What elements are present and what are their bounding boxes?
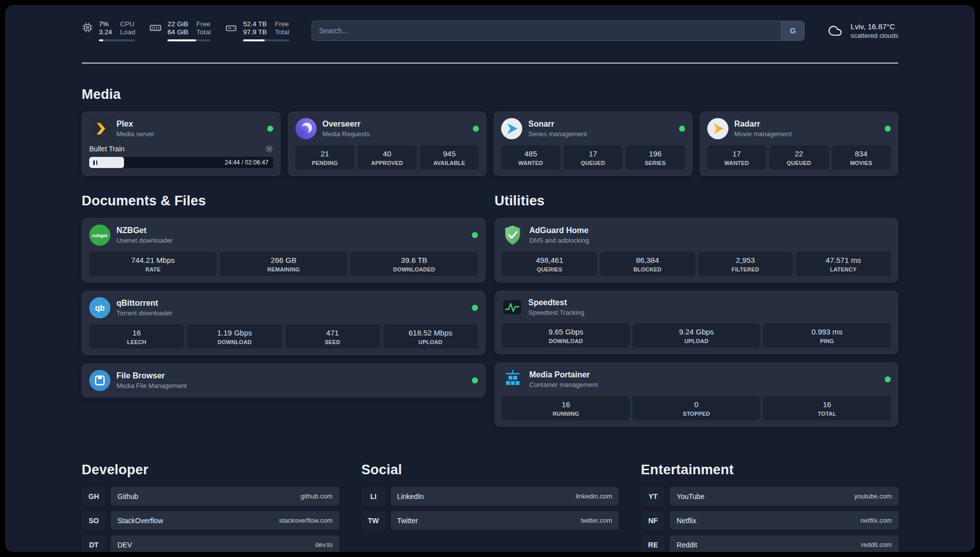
status-dot — [472, 377, 478, 383]
app-subtitle: Speedtest Tracking — [528, 309, 584, 316]
memory-free-value: 22 GiB — [167, 20, 188, 28]
app-name: File Browser — [116, 371, 187, 380]
bookmark-youtube[interactable]: YT YouTube youtube.com — [641, 487, 898, 506]
search-bar: G — [312, 21, 805, 41]
app-card-filebrowser[interactable]: File Browser Media File Management — [82, 363, 485, 398]
stat-stopped: 0STOPPED — [633, 396, 760, 420]
app-card-nzbget[interactable]: nzbget NZBGet Usenet downloader 744.21 M… — [82, 218, 485, 283]
bookmark-name: Netflix — [677, 517, 696, 525]
stat-total: 16TOTAL — [763, 396, 891, 420]
disk-monitor: 52.4 TB Free 97.9 TB Total — [225, 20, 289, 41]
stat-blocked: 86,384BLOCKED — [600, 252, 695, 276]
bookmark-url: netflix.com — [861, 517, 892, 524]
bookmark-name: DEV — [117, 541, 132, 549]
cpu-load-label: Load — [120, 28, 135, 36]
memory-free-label: Free — [197, 20, 211, 28]
stat-wanted: 485WANTED — [501, 145, 561, 170]
stat-wanted: 17WANTED — [707, 145, 767, 170]
status-dot — [472, 232, 478, 238]
stat-leech: 16LEECH — [89, 324, 184, 349]
pause-button[interactable] — [89, 157, 124, 168]
app-subtitle: Media Requests — [323, 130, 370, 138]
bookmark-url: github.com — [300, 492, 333, 500]
sonarr-icon — [501, 118, 522, 139]
stat-queries: 498,461QUERIES — [502, 252, 597, 276]
plex-icon — [89, 118, 110, 139]
bookmark-tag: YT — [641, 487, 665, 506]
app-card-radarr[interactable]: Radarr Movie management 17WANTED 22QUEUE… — [700, 112, 899, 176]
adguard-icon — [502, 225, 523, 246]
gear-icon[interactable] — [265, 145, 273, 153]
status-dot — [885, 126, 891, 132]
bookmark-linkedin[interactable]: LI LinkedIn linkedin.com — [361, 487, 619, 506]
bookmark-tag: DT — [82, 535, 106, 552]
bookmark-tag: NF — [641, 511, 665, 530]
developer-column: Developer GH Github github.com SO StackO… — [82, 435, 339, 552]
status-dot — [267, 126, 273, 132]
bookmark-url: dev.to — [315, 541, 332, 548]
stat-download: 9.65 GbpsDOWNLOAD — [502, 323, 630, 348]
section-title-entertainment: Entertainment — [641, 462, 898, 478]
playback-time: 24:44 / 02:06:47 — [225, 159, 269, 166]
app-name: Sonarr — [528, 120, 587, 129]
stat-filtered: 2,953FILTERED — [698, 252, 793, 276]
bookmark-stackoverflow[interactable]: SO StackOverflow stackoverflow.com — [82, 511, 339, 530]
app-name: Media Portainer — [529, 370, 598, 379]
section-title-developer: Developer — [82, 462, 339, 478]
stat-upload: 9.24 GbpsUPLOAD — [633, 323, 760, 348]
bookmark-reddit[interactable]: RE Reddit reddit.com — [641, 535, 898, 552]
search-engine-button[interactable]: G — [781, 21, 804, 40]
disk-total-label: Total — [275, 28, 289, 36]
cpu-monitor: 7% CPU 3.24 Load — [82, 20, 135, 41]
stat-queued: 22QUEUED — [769, 145, 829, 170]
bookmark-github[interactable]: GH Github github.com — [82, 487, 339, 506]
app-card-adguard[interactable]: AdGuard Home DNS and adblocking 498,461Q… — [495, 218, 898, 283]
bookmark-url: stackoverflow.com — [279, 517, 332, 524]
cpu-icon — [82, 22, 93, 33]
stat-seed: 471SEED — [285, 324, 380, 349]
app-name: qBittorrent — [116, 299, 172, 308]
bookmark-name: Github — [117, 492, 138, 500]
bookmark-dev[interactable]: DT DEV dev.to — [82, 535, 339, 552]
playback-progress-bar[interactable]: 24:44 / 02:06:47 — [89, 157, 273, 168]
entertainment-column: Entertainment YT YouTube youtube.com NF … — [641, 435, 898, 552]
status-dot — [473, 126, 479, 132]
svg-text:qb: qb — [95, 304, 104, 312]
bookmark-tag: RE — [641, 535, 665, 552]
status-dot — [679, 126, 685, 132]
stat-download: 1.19 GbpsDOWNLOAD — [187, 324, 282, 349]
speedtest-icon — [502, 297, 522, 317]
stat-remaining: 266 GBREMAINING — [220, 252, 347, 276]
app-card-portainer[interactable]: Media Portainer Container management 16R… — [495, 362, 898, 427]
search-input[interactable] — [312, 27, 781, 35]
radarr-icon — [707, 118, 728, 139]
bookmark-url: linkedin.com — [576, 492, 612, 500]
app-card-plex[interactable]: Plex Media server Bullet Train 24 — [82, 112, 281, 176]
media-grid: Plex Media server Bullet Train 24 — [82, 112, 898, 176]
memory-progress-bar — [167, 39, 211, 41]
bookmark-tag: TW — [361, 511, 386, 530]
app-card-overseerr[interactable]: Overseerr Media Requests 21PENDING 40APP… — [288, 112, 487, 176]
bookmark-tag: GH — [82, 487, 106, 506]
stat-ping: 0.993 msPING — [763, 323, 891, 348]
divider — [82, 63, 898, 64]
bookmark-name: LinkedIn — [397, 492, 424, 500]
app-card-qbittorrent[interactable]: qb qBittorrent Torrent downloader 16LEEC… — [82, 291, 485, 355]
status-dot — [885, 376, 891, 382]
bookmark-twitter[interactable]: TW Twitter twitter.com — [361, 511, 619, 530]
nzbget-icon: nzbget — [89, 225, 110, 246]
memory-monitor: 22 GiB Free 64 GiB Total — [149, 20, 211, 41]
documents-column: Documents & Files nzbget NZBGet Usenet d… — [82, 176, 485, 406]
portainer-icon — [502, 369, 523, 390]
cpu-label: CPU — [120, 20, 135, 28]
bookmark-tag: LI — [361, 487, 386, 506]
section-title-media: Media — [82, 87, 898, 102]
stat-rate: 744.21 MbpsRATE — [89, 252, 217, 276]
bookmark-url: reddit.com — [861, 541, 892, 548]
social-column: Social LI LinkedIn linkedin.com TW Twitt… — [361, 435, 619, 535]
stat-running: 16RUNNING — [502, 396, 630, 420]
bookmark-netflix[interactable]: NF Netflix netflix.com — [641, 511, 898, 530]
app-card-speedtest[interactable]: Speedtest Speedtest Tracking 9.65 GbpsDO… — [495, 291, 898, 354]
bookmark-url: twitter.com — [581, 517, 612, 524]
app-card-sonarr[interactable]: Sonarr Series management 485WANTED 17QUE… — [494, 112, 693, 176]
